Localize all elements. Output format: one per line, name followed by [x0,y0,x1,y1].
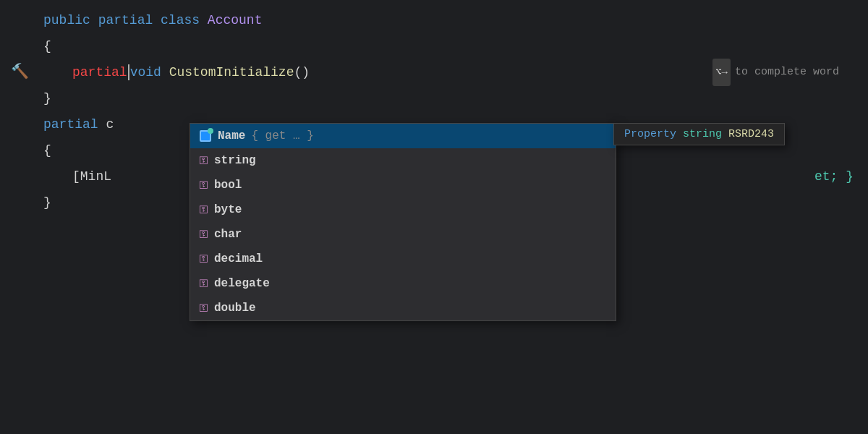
item-label-bool: bool [214,179,242,192]
key-icon-delegate: ⚿ [199,278,208,289]
key-icon-bool: ⚿ [199,180,208,191]
code-line-4: } [0,85,868,111]
keyword-partial-red: partial [72,59,127,85]
text-cursor [128,64,129,80]
editor-area: public partial class Account { 🔨 partial… [0,0,868,434]
close-brace-1: } [43,85,51,111]
item-label-byte: byte [214,203,242,216]
open-brace-2: { [43,137,51,163]
autocomplete-item-decimal[interactable]: ⚿ decimal [190,247,616,271]
code-line-2: { [0,33,868,59]
keyword-void: void [130,59,169,85]
tooltip-name: RSRD243 [728,128,774,140]
autocomplete-item-name[interactable]: Name { get … } [190,124,616,148]
class-name-account: Account [208,7,263,33]
autocomplete-item-string[interactable]: ⚿ string [190,148,616,173]
parens: () [294,59,310,85]
autocomplete-item-double[interactable]: ⚿ double [190,296,616,320]
autocomplete-dropdown[interactable]: Name { get … } ⚿ string ⚿ bool ⚿ byte ⚿ … [190,123,616,321]
open-brace-1: { [43,33,51,59]
key-icon-byte: ⚿ [199,205,208,216]
code-line-3: 🔨 partialvoid CustomInitialize() ⌥→ to c… [0,59,868,85]
tooltip-property-kw: Property [624,128,683,140]
autocomplete-item-delegate[interactable]: ⚿ delegate [190,271,616,296]
hint-text: to complete word [735,59,839,85]
key-icon-double: ⚿ [199,303,208,314]
hint-bar: ⌥→ to complete word [698,59,854,85]
hammer-icon: 🔨 [11,59,29,85]
gutter-hammer: 🔨 [0,59,40,85]
attribute-text: [MinL [72,163,111,190]
tooltip-type: string [683,128,728,140]
autocomplete-item-char[interactable]: ⚿ char [190,222,616,247]
tooltip-property-info: Property string RSRD243 [613,123,785,145]
key-icon-decimal: ⚿ [199,254,208,265]
method-custom-initialize: CustomInitialize [169,59,294,85]
code-line-1: public partial class Account [0,7,868,33]
property-icon-name [199,129,212,142]
keyword-class: class [161,7,208,33]
hint-key-symbol: ⌥→ [712,59,731,86]
keyword-partial-2: partial [43,111,106,137]
partial-class-text: c [106,111,114,137]
autocomplete-item-byte[interactable]: ⚿ byte [190,197,616,222]
key-icon-string: ⚿ [199,156,208,166]
item-suffix-name: { get … } [251,129,313,142]
keyword-partial: partial [98,7,161,33]
key-icon-char: ⚿ [199,229,208,240]
item-label-delegate: delegate [214,277,270,290]
item-label-decimal: decimal [214,252,263,265]
item-label-double: double [214,302,256,315]
close-brace-2: } [43,190,51,216]
keyword-public: public [43,7,98,33]
item-label-name: Name [218,129,245,142]
item-label-string: string [214,154,256,167]
autocomplete-item-bool[interactable]: ⚿ bool [190,173,616,197]
item-label-char: char [214,228,242,241]
right-code-snippet: et; } [814,163,854,190]
